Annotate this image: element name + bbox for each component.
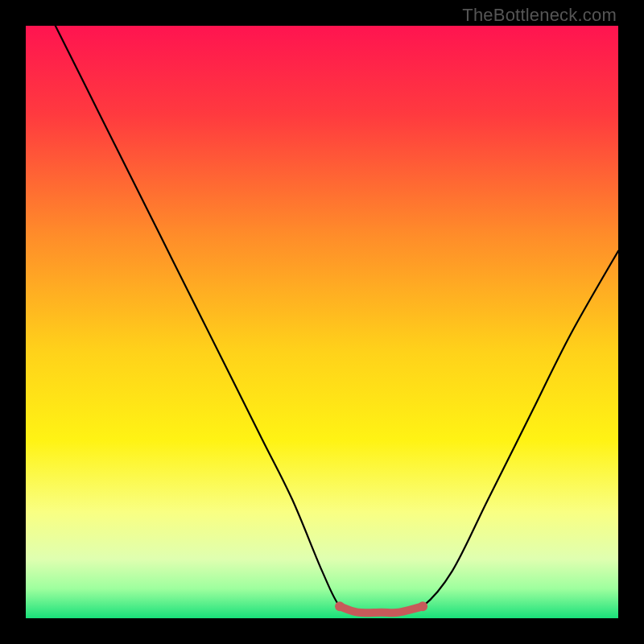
curve-layer xyxy=(26,26,618,618)
watermark-text: TheBottleneck.com xyxy=(462,5,617,26)
plot-area xyxy=(26,26,618,618)
optimal-zone-marker xyxy=(340,606,423,613)
bottleneck-curve xyxy=(56,26,618,613)
svg-point-2 xyxy=(418,601,427,611)
svg-point-1 xyxy=(335,601,345,611)
chart-frame: TheBottleneck.com xyxy=(0,0,644,644)
